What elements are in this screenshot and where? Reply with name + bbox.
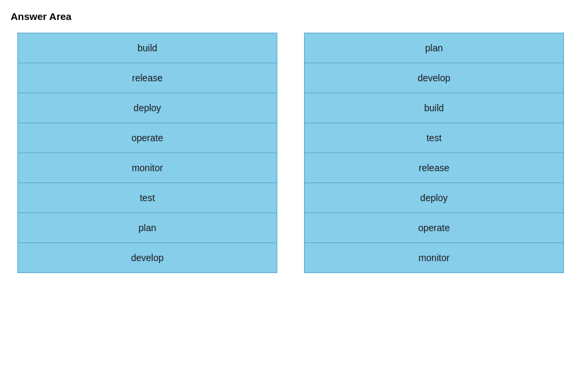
answer-area: buildreleasedeployoperatemonitortestplan…	[11, 33, 577, 273]
left-item-1[interactable]: release	[17, 63, 277, 93]
right-column: plandevelopbuildtestreleasedeployoperate…	[304, 33, 564, 273]
right-item-0[interactable]: plan	[304, 33, 564, 63]
page-title: Answer Area	[11, 11, 577, 22]
left-item-4[interactable]: monitor	[17, 153, 277, 183]
left-column: buildreleasedeployoperatemonitortestplan…	[17, 33, 277, 273]
left-item-7[interactable]: develop	[17, 242, 277, 273]
right-item-4[interactable]: release	[304, 153, 564, 183]
right-item-7[interactable]: monitor	[304, 242, 564, 273]
left-item-0[interactable]: build	[17, 33, 277, 63]
left-item-6[interactable]: plan	[17, 212, 277, 242]
left-item-3[interactable]: operate	[17, 123, 277, 153]
left-item-2[interactable]: deploy	[17, 93, 277, 123]
left-item-5[interactable]: test	[17, 183, 277, 212]
right-item-1[interactable]: develop	[304, 63, 564, 93]
right-item-2[interactable]: build	[304, 93, 564, 123]
right-item-5[interactable]: deploy	[304, 183, 564, 212]
right-item-3[interactable]: test	[304, 123, 564, 153]
right-item-6[interactable]: operate	[304, 212, 564, 242]
